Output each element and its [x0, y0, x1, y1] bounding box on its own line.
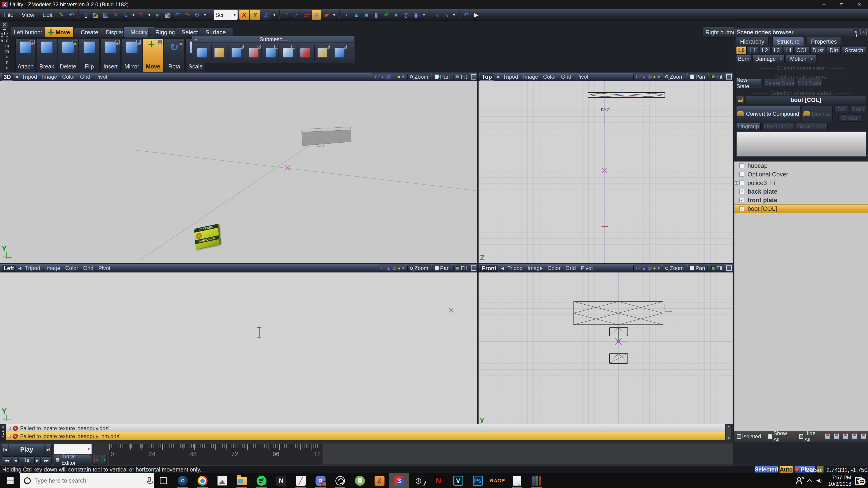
- view-caret-icon[interactable]: ▾: [657, 74, 659, 79]
- helper-primitive-icon[interactable]: ✳: [381, 10, 391, 20]
- wire-mode-icon[interactable]: ∕: [384, 266, 385, 271]
- node-row-police3-hi[interactable]: + police3_hi: [735, 179, 868, 187]
- pan-button[interactable]: Pan: [432, 265, 452, 272]
- cylinder-primitive-icon[interactable]: ▮: [372, 10, 381, 20]
- wire-mode-icon[interactable]: ∕: [378, 74, 379, 79]
- left-button-chip[interactable]: Left button: Move: [11, 27, 73, 37]
- node-down-icon[interactable]: [834, 433, 839, 440]
- texture-view-icon[interactable]: ▦: [386, 74, 391, 79]
- taskbar-spotify[interactable]: [252, 473, 271, 488]
- message-row-selected[interactable]: − ✕ Failed to locate texture 'deadguy_nm…: [6, 432, 725, 440]
- submesh-detach-button[interactable]: [194, 44, 210, 61]
- new-state-button[interactable]: New State: [736, 79, 762, 87]
- node-checkbox[interactable]: [739, 163, 744, 168]
- taskbar-photos[interactable]: [212, 473, 232, 488]
- fit-button[interactable]: Fit: [454, 265, 469, 272]
- close-icon[interactable]: ✕: [850, 0, 868, 9]
- export-caret-icon[interactable]: ▾: [131, 10, 136, 20]
- viewport-left-name[interactable]: Left: [2, 265, 16, 272]
- tab-structure[interactable]: Structure: [772, 37, 804, 46]
- menu-file[interactable]: File: [0, 11, 18, 19]
- taskbar-z-app[interactable]: Z: [370, 473, 389, 488]
- submesh-brush-button[interactable]: [211, 44, 227, 61]
- delete-state-button[interactable]: Delete State: [763, 79, 796, 87]
- commands-pin-icon[interactable]: [3, 29, 6, 30]
- taskbar-clock[interactable]: 7:57 PM 10/3/2018: [828, 475, 851, 487]
- lod-l3-button[interactable]: L3: [772, 46, 782, 55]
- zoom-button[interactable]: Zoom: [407, 265, 431, 272]
- viewport-menu-image[interactable]: Image: [41, 74, 59, 80]
- tube-primitive-icon[interactable]: ◉: [411, 10, 421, 20]
- convert-to-compound-button[interactable]: Convert to Compound: [736, 106, 800, 122]
- taskbar-winrar[interactable]: [527, 473, 547, 488]
- viewport-menu-tripod[interactable]: Tripod: [21, 74, 38, 80]
- key-green-button[interactable]: ❘●: [100, 455, 107, 464]
- viewport-menu-grid[interactable]: Grid: [79, 74, 92, 80]
- viewport-front-canvas[interactable]: y: [478, 272, 733, 424]
- node-checkbox[interactable]: [739, 181, 744, 185]
- sphere-primitive-icon[interactable]: ●: [392, 10, 401, 20]
- damage-button[interactable]: Damage▾: [752, 55, 784, 63]
- viewport-menu-tripod[interactable]: Tripod: [506, 265, 524, 271]
- viewport-menu-pivot[interactable]: Pivot: [575, 74, 590, 80]
- viewport-3d-canvas[interactable]: 75 YEARS WISCONSIN Y: [0, 81, 477, 263]
- ungroup-button[interactable]: Ungroup: [736, 123, 761, 130]
- taskbar-v-app[interactable]: V: [448, 473, 468, 488]
- view-caret-icon[interactable]: ▾: [657, 265, 659, 271]
- taskbar-notepad[interactable]: [507, 473, 527, 488]
- viewport-menu-arrow-icon[interactable]: ◀: [15, 74, 18, 79]
- viewport-top-name[interactable]: Top: [480, 73, 494, 80]
- viewport-menu-arrow-icon[interactable]: ◀: [496, 74, 499, 79]
- viewport-menu-image[interactable]: Image: [526, 265, 544, 271]
- lod-l2-button[interactable]: L2: [760, 46, 770, 55]
- shaded-mode-icon[interactable]: ◗: [374, 74, 377, 79]
- redo-icon[interactable]: ↷: [182, 10, 192, 20]
- tool-insert[interactable]: ◿ Insert: [100, 39, 121, 72]
- minimize-icon[interactable]: ─: [815, 0, 833, 9]
- viewport-front-name[interactable]: Front: [480, 265, 498, 272]
- menu-view[interactable]: View: [18, 11, 38, 19]
- menu-edit[interactable]: Edit: [38, 11, 57, 19]
- viewport-menu-grid[interactable]: Grid: [560, 74, 572, 80]
- timeline-ruler[interactable]: 024 4872 9612: [109, 444, 322, 464]
- submesh-stitch-button[interactable]: ◿: [332, 44, 347, 61]
- taskbar-green-app[interactable]: [350, 473, 370, 488]
- open-group-button[interactable]: Open group: [763, 123, 794, 130]
- tool-flip[interactable]: Flip: [79, 39, 99, 72]
- node-checkbox[interactable]: ✓: [739, 198, 744, 202]
- viewport-left[interactable]: Left ◀ Tripod Image Color Grid Pivot ◗ ∕…: [0, 264, 477, 424]
- history-play-icon[interactable]: ▶: [471, 10, 481, 20]
- expand-node-icon[interactable]: +: [735, 182, 738, 185]
- texture-view-icon[interactable]: ▦: [392, 265, 396, 271]
- viewport-menu-grid[interactable]: Grid: [564, 265, 577, 271]
- tool-delete[interactable]: ◿ Delete: [58, 39, 78, 72]
- cone-view-icon[interactable]: ▲: [380, 74, 385, 79]
- submesh-split-button[interactable]: ◿: [228, 44, 244, 61]
- collapse-panel-icon[interactable]: ▲: [194, 37, 198, 41]
- texture-browser-icon[interactable]: ▩: [162, 10, 172, 20]
- node-row-hubcap[interactable]: hubcap: [735, 162, 868, 170]
- close-group-button[interactable]: Close group: [796, 123, 828, 130]
- task-view-button[interactable]: [153, 473, 173, 488]
- group-button[interactable]: Group: [838, 114, 861, 122]
- volume-button[interactable]: ): [814, 478, 824, 483]
- shaded-mode-icon[interactable]: ◗: [636, 266, 638, 271]
- isolated-button[interactable]: Isolated: [737, 433, 761, 440]
- snap-caret-icon[interactable]: ▾: [452, 10, 457, 20]
- node-checkbox[interactable]: ✓: [739, 206, 744, 211]
- rewind-button[interactable]: ◀◀: [2, 456, 12, 464]
- selected-mode-chip[interactable]: Selected: [754, 466, 778, 473]
- action-center-button[interactable]: 22: [855, 477, 862, 485]
- go-end-button[interactable]: ▶|: [45, 444, 52, 455]
- dismiss-button[interactable]: Dismiss: [802, 106, 833, 122]
- submesh-title[interactable]: Submesh...: [192, 36, 354, 43]
- taskbar-obs[interactable]: [330, 473, 350, 488]
- wire-mode-icon[interactable]: ∕: [640, 266, 640, 271]
- panel-pin-icon[interactable]: [852, 29, 859, 35]
- taskbar-rage[interactable]: RAGE: [488, 473, 507, 488]
- tool-attach[interactable]: ◿ Attach: [16, 39, 36, 72]
- lod-col-button[interactable]: COL: [795, 46, 809, 55]
- submesh-fill-button[interactable]: [297, 44, 313, 61]
- viewport-3d-name[interactable]: 3D: [2, 73, 13, 80]
- vertices-mode-icon[interactable]: ∴: [282, 10, 291, 20]
